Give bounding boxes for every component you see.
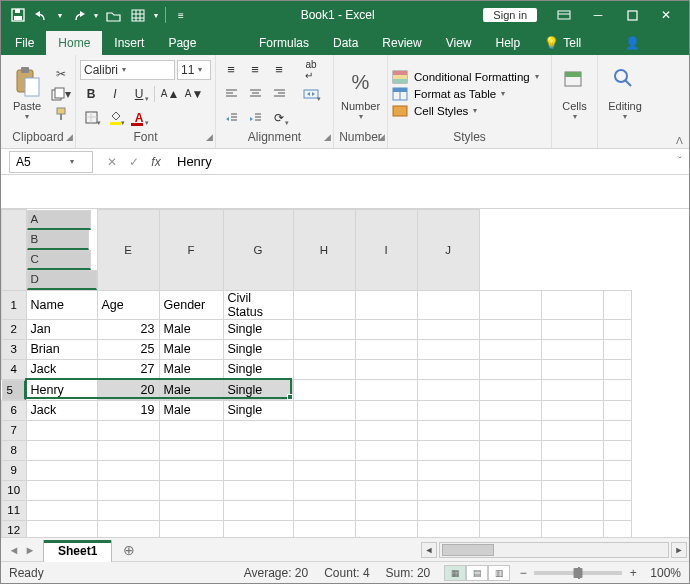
cell-I10[interactable] <box>541 480 603 500</box>
cancel-formula-button[interactable]: ✕ <box>101 155 123 169</box>
cell-G6[interactable] <box>417 400 479 420</box>
cell-J8[interactable] <box>603 440 631 460</box>
cell-E12[interactable] <box>293 520 355 537</box>
cell-C5[interactable]: Male <box>159 379 223 400</box>
cell-I8[interactable] <box>541 440 603 460</box>
col-header-A[interactable]: A <box>27 210 91 230</box>
cell-G7[interactable] <box>417 420 479 440</box>
row-header-10[interactable]: 10 <box>2 480 27 500</box>
row-header-11[interactable]: 11 <box>2 500 27 520</box>
col-header-H[interactable]: H <box>293 210 355 291</box>
cell-B10[interactable] <box>97 480 159 500</box>
name-box-dropdown-icon[interactable]: ▾ <box>51 157 92 166</box>
scroll-track[interactable] <box>439 542 669 558</box>
cell-G5[interactable] <box>417 379 479 400</box>
cut-button[interactable]: ✂ <box>51 65 71 83</box>
cell-C6[interactable]: Male <box>159 400 223 420</box>
sheet-tab[interactable]: Sheet1 <box>43 540 112 562</box>
cell-B11[interactable] <box>97 500 159 520</box>
cell-G3[interactable] <box>417 339 479 359</box>
cell-B8[interactable] <box>97 440 159 460</box>
align-right-button[interactable] <box>268 84 290 104</box>
cell-C11[interactable] <box>159 500 223 520</box>
ribbon-display-icon[interactable] <box>547 4 581 26</box>
tab-review[interactable]: Review <box>370 31 433 55</box>
borders-button[interactable]: ▾ <box>80 108 102 128</box>
cell-E11[interactable] <box>293 500 355 520</box>
cell-E1[interactable] <box>293 290 355 319</box>
cell-H3[interactable] <box>479 339 541 359</box>
tab-data[interactable]: Data <box>321 31 370 55</box>
cell-A5[interactable]: Henry <box>26 379 97 400</box>
cell-H2[interactable] <box>479 319 541 339</box>
cell-A2[interactable]: Jan <box>26 319 97 339</box>
cell-E9[interactable] <box>293 460 355 480</box>
cell-D5[interactable]: Single <box>223 379 293 400</box>
tab-home[interactable]: Home <box>46 31 102 55</box>
cell-C8[interactable] <box>159 440 223 460</box>
cell-H1[interactable] <box>479 290 541 319</box>
cell-E2[interactable] <box>293 319 355 339</box>
copy-button[interactable]: ▾ <box>51 85 71 103</box>
cell-G1[interactable] <box>417 290 479 319</box>
cell-I3[interactable] <box>541 339 603 359</box>
new-sheet-button[interactable]: ⊕ <box>118 542 140 558</box>
cell-E8[interactable] <box>293 440 355 460</box>
cell-A1[interactable]: Name <box>26 290 97 319</box>
tellme-button[interactable]: 💡Tell me <box>532 31 612 55</box>
merge-center-button[interactable]: ▾ <box>300 84 322 104</box>
zoom-thumb[interactable] <box>574 568 583 578</box>
cell-B12[interactable] <box>97 520 159 537</box>
signin-button[interactable]: Sign in <box>483 8 537 22</box>
decrease-indent-button[interactable] <box>220 108 242 128</box>
cell-F1[interactable] <box>355 290 417 319</box>
row-header-8[interactable]: 8 <box>2 440 27 460</box>
tab-insert[interactable]: Insert <box>102 31 156 55</box>
formula-input[interactable]: Henry <box>171 154 671 169</box>
cell-B9[interactable] <box>97 460 159 480</box>
cell-B6[interactable]: 19 <box>97 400 159 420</box>
paste-button[interactable]: Paste ▾ <box>5 66 49 121</box>
cell-styles-button[interactable]: Cell Styles▾ <box>392 104 539 118</box>
cell-G11[interactable] <box>417 500 479 520</box>
cell-G12[interactable] <box>417 520 479 537</box>
cell-I1[interactable] <box>541 290 603 319</box>
cell-G4[interactable] <box>417 359 479 379</box>
worksheet-grid[interactable]: ABCDEFGHIJ1NameAgeGenderCivil Status2Jan… <box>1 209 689 537</box>
cell-C4[interactable]: Male <box>159 359 223 379</box>
font-dialog-icon[interactable]: ◢ <box>206 132 213 142</box>
cell-D3[interactable]: Single <box>223 339 293 359</box>
align-left-button[interactable] <box>220 84 242 104</box>
number-button[interactable]: % Number ▾ <box>338 66 383 121</box>
cell-H5[interactable] <box>479 379 541 400</box>
conditional-formatting-button[interactable]: Conditional Formatting▾ <box>392 70 539 84</box>
cell-F7[interactable] <box>355 420 417 440</box>
cell-J5[interactable] <box>603 379 631 400</box>
cell-B5[interactable]: 20 <box>97 379 159 400</box>
col-header-J[interactable]: J <box>417 210 479 291</box>
col-header-G[interactable]: G <box>223 210 293 291</box>
format-as-table-button[interactable]: Format as Table▾ <box>392 87 539 101</box>
share-button[interactable]: 👤Share <box>613 31 687 55</box>
align-bottom-button[interactable]: ≡ <box>268 60 290 80</box>
redo-dropdown-icon[interactable]: ▾ <box>91 4 101 26</box>
collapse-ribbon-icon[interactable]: ᐱ <box>676 135 683 146</box>
cell-G10[interactable] <box>417 480 479 500</box>
horizontal-scrollbar[interactable]: ◄ ► <box>140 542 689 558</box>
cell-J11[interactable] <box>603 500 631 520</box>
redo-icon[interactable] <box>67 4 89 26</box>
cell-F4[interactable] <box>355 359 417 379</box>
cell-F12[interactable] <box>355 520 417 537</box>
bold-button[interactable]: B <box>80 84 102 104</box>
zoom-in-button[interactable]: + <box>626 566 640 580</box>
copy-dropdown-icon[interactable]: ▾ <box>65 87 71 101</box>
view-normal-button[interactable]: ▦ <box>444 565 466 581</box>
cell-E4[interactable] <box>293 359 355 379</box>
cell-E6[interactable] <box>293 400 355 420</box>
format-painter-button[interactable] <box>51 105 71 123</box>
name-box[interactable]: A5 ▾ <box>9 151 93 173</box>
cell-C2[interactable]: Male <box>159 319 223 339</box>
cell-J7[interactable] <box>603 420 631 440</box>
cell-D2[interactable]: Single <box>223 319 293 339</box>
zoom-slider[interactable] <box>534 571 622 575</box>
